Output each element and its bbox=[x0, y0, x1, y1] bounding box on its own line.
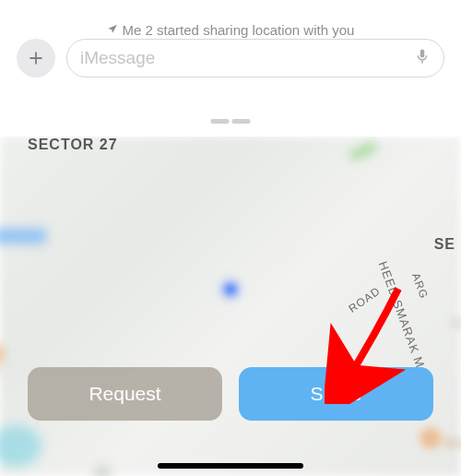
map-app-panel[interactable]: 🍴 🚌 🍴 Mc Bistro Publ SECTOR 27 ROAD ARG … bbox=[0, 137, 461, 476]
poi-transit-icon: 🚌 bbox=[92, 461, 112, 476]
request-button[interactable]: Request bbox=[28, 367, 222, 421]
message-input[interactable] bbox=[80, 48, 414, 68]
microphone-icon[interactable] bbox=[414, 45, 431, 71]
app-drawer-grabber[interactable] bbox=[211, 119, 251, 124]
poi-label: Mc bbox=[0, 363, 1, 377]
location-action-row: Request Share bbox=[28, 367, 433, 421]
add-button[interactable] bbox=[17, 39, 55, 77]
poi-restaurant-icon: 🍴 bbox=[0, 344, 4, 364]
poi-label: Publ bbox=[452, 316, 461, 331]
location-sharing-status: Me 2 started sharing location with you bbox=[107, 22, 355, 38]
share-button[interactable]: Share bbox=[239, 367, 433, 421]
status-text-content: Me 2 started sharing location with you bbox=[123, 22, 355, 38]
poi-restaurant-icon: 🍴 bbox=[420, 428, 441, 448]
location-arrow-icon bbox=[107, 23, 119, 38]
svg-rect-2 bbox=[421, 61, 423, 64]
message-input-container[interactable] bbox=[66, 39, 444, 77]
home-indicator[interactable] bbox=[158, 463, 303, 469]
poi-label: Bistro bbox=[444, 435, 461, 450]
request-button-label: Request bbox=[89, 383, 160, 405]
message-input-row bbox=[0, 39, 461, 77]
map-sector-label: SE bbox=[434, 236, 455, 253]
messages-header: Me 2 started sharing location with you bbox=[0, 0, 461, 137]
map-sector-label: SECTOR 27 bbox=[28, 137, 118, 153]
share-button-label: Share bbox=[310, 383, 361, 405]
